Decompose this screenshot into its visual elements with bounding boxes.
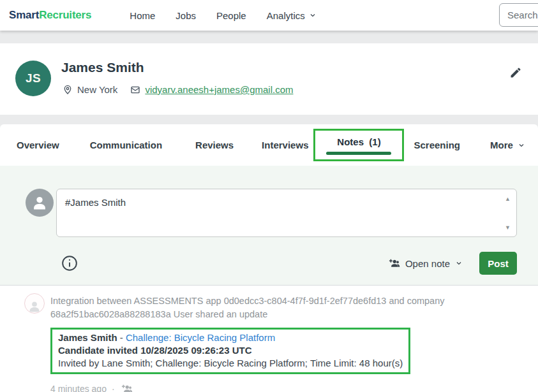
nav-home-label: Home [130,10,155,21]
note-footer: 4 minutes ago · [50,382,472,392]
info-icon[interactable] [61,255,78,272]
chevron-down-icon [455,259,463,267]
logo-part-smart: Smart [9,9,39,21]
open-note-label: Open note [405,258,450,269]
tab-overview[interactable]: Overview [17,140,59,150]
current-user-avatar [26,189,54,217]
edit-profile-icon[interactable] [509,66,522,79]
chevron-down-icon [518,142,525,149]
nav-item-home[interactable]: Home [130,10,155,21]
note-details-line: Invited by Lane Smith; Challenge: Bicycl… [58,357,403,370]
person-add-icon [387,257,400,270]
notes-feed: Integration between ASSESSMENTS app 0d0e… [0,286,538,392]
tab-more-label: More [490,140,513,150]
integration-avatar [24,293,45,314]
candidate-email-link[interactable]: vidyarv.aneesh+james@gmail.com [145,84,293,95]
candidate-detail-card: Overview Communication Reviews Interview… [0,124,538,392]
nav-item-jobs[interactable]: Jobs [176,10,196,21]
note-body: Integration between ASSESSMENTS app 0d0e… [50,293,472,392]
scrollbar-up-arrow[interactable]: ▲ [505,196,511,202]
note-content-highlight-box: James Smith - Challenge: Bicycle Racing … [50,328,410,374]
location-text: New York [77,84,117,95]
tab-more[interactable]: More [490,140,525,150]
envelope-icon [130,85,140,95]
nav-item-analytics[interactable]: Analytics [267,10,317,21]
scrollbar-down-arrow[interactable]: ▼ [505,225,511,231]
nav-jobs-label: Jobs [176,10,196,21]
tab-communication[interactable]: Communication [90,140,162,150]
active-tab-underline [326,152,391,155]
tab-reviews-label: Reviews [195,140,234,150]
nav-item-people[interactable]: People [216,10,246,21]
note-composer: #James Smith ▲ ▼ Open note Post [0,166,538,286]
note-input[interactable]: #James Smith [56,189,517,237]
note-header-text: Integration between ASSESSMENTS app 0d0e… [50,294,472,321]
logo-part-recruiters: Recruiters [39,9,91,21]
note-separator: - [117,332,126,343]
candidate-meta: New York vidyarv.aneesh+james@gmail.com [63,84,294,95]
tab-interviews[interactable]: Interviews [262,140,308,150]
avatar-initials: JS [26,71,41,85]
note-invited-line: Candidate invited 10/28/2025 09:26:23 UT… [58,344,403,357]
person-add-icon[interactable] [120,382,133,392]
challenge-link[interactable]: Challenge: Bicycle Racing Platform [126,332,275,343]
footer-dot: · [112,384,115,392]
note-timestamp: 4 minutes ago [50,384,107,392]
note-line-title: James Smith - Challenge: Bicycle Racing … [58,331,403,344]
nav-analytics-label: Analytics [267,10,305,21]
tab-notes-highlight-box[interactable]: Notes (1) [313,129,404,161]
note-visibility-dropdown[interactable]: Open note [387,257,463,270]
tab-notes-label: Notes [337,136,364,147]
tab-overview-label: Overview [17,140,59,150]
tab-screening[interactable]: Screening [414,140,460,150]
email-wrap: vidyarv.aneesh+james@gmail.com [130,84,293,95]
note-item: Integration between ASSESSMENTS app 0d0e… [24,293,518,392]
smartrecruiters-logo[interactable]: SmartRecruiters [9,9,91,22]
note-candidate-name: James Smith [58,332,117,343]
location-pin-icon [63,85,73,95]
tab-communication-label: Communication [90,140,162,150]
candidate-avatar: JS [15,61,51,96]
main-nav: Home Jobs People Analytics [130,10,336,21]
composer-input-row: #James Smith ▲ ▼ [26,189,517,240]
tab-bar: Overview Communication Reviews Interview… [0,124,538,166]
post-button[interactable]: Post [479,252,517,275]
tab-notes: Notes (1) [326,136,391,155]
top-nav: SmartRecruiters Home Jobs People Analyti… [0,0,538,31]
tab-interviews-label: Interviews [262,140,308,150]
note-textarea-wrap: #James Smith ▲ ▼ [56,189,517,240]
candidate-name: James Smith [61,60,144,75]
candidate-profile-header: JS James Smith New York vidyarv.aneesh+j… [0,43,538,115]
tab-screening-label: Screening [414,140,460,150]
search-input[interactable] [499,3,538,27]
tab-reviews[interactable]: Reviews [195,140,234,150]
composer-actions: Open note Post [387,252,517,275]
composer-action-row: Open note Post [26,252,517,275]
nav-people-label: People [216,10,246,21]
tab-notes-count: (1) [369,136,380,147]
chevron-down-icon [309,11,317,19]
